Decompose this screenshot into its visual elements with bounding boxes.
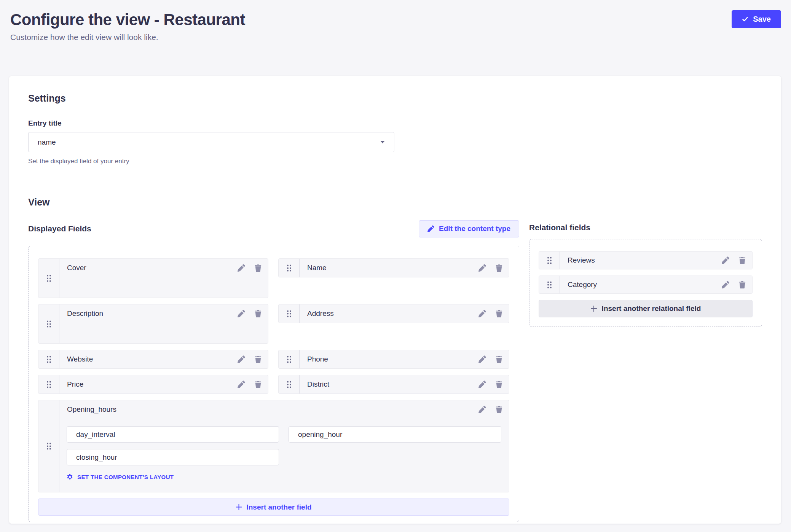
field-card-district: District bbox=[278, 375, 509, 394]
field-card-description: Description bbox=[38, 304, 268, 344]
trash-icon[interactable] bbox=[495, 381, 503, 388]
section-divider bbox=[28, 182, 762, 182]
set-component-layout-link[interactable]: SET THE COMPONENT'S LAYOUT bbox=[67, 474, 174, 480]
relational-fields-label: Relational fields bbox=[529, 223, 762, 232]
pencil-icon[interactable] bbox=[478, 381, 486, 388]
entry-title-label: Entry title bbox=[28, 119, 762, 127]
field-row: Cover Name bbox=[38, 258, 509, 298]
drag-handle-icon[interactable] bbox=[539, 276, 560, 293]
field-card-name: Name bbox=[278, 258, 509, 277]
field-row: Description Address bbox=[38, 304, 509, 344]
drag-handle-icon[interactable] bbox=[539, 252, 560, 269]
drag-handle-icon[interactable] bbox=[279, 375, 300, 393]
insert-another-field-label: Insert another field bbox=[246, 503, 311, 511]
component-label: Opening_hours bbox=[67, 405, 478, 414]
pencil-icon[interactable] bbox=[238, 264, 245, 272]
field-card-label: District bbox=[307, 380, 478, 389]
entry-title-select[interactable]: name bbox=[28, 132, 394, 152]
pencil-icon[interactable] bbox=[238, 310, 245, 317]
field-row: Price District bbox=[38, 375, 509, 394]
field-card-label: Phone bbox=[307, 355, 478, 363]
field-card-phone: Phone bbox=[278, 350, 509, 369]
edit-content-type-label: Edit the content type bbox=[439, 225, 510, 233]
entry-title-select-value: name bbox=[38, 138, 56, 147]
field-card-label: Price bbox=[67, 380, 238, 389]
relational-card-category: Category bbox=[539, 276, 753, 294]
field-row: Website Phone bbox=[38, 350, 509, 369]
settings-heading: Settings bbox=[28, 93, 762, 104]
subfield-opening-hour[interactable]: opening_hour bbox=[289, 426, 501, 443]
subfield-day-interval[interactable]: day_interval bbox=[67, 426, 279, 443]
displayed-fields-container: Cover Name bbox=[28, 246, 519, 522]
trash-icon[interactable] bbox=[254, 310, 262, 317]
view-section: View Displayed Fields Edit the content t… bbox=[28, 197, 762, 522]
field-card-website: Website bbox=[38, 350, 268, 369]
trash-icon[interactable] bbox=[254, 355, 262, 363]
drag-handle-icon[interactable] bbox=[38, 375, 59, 393]
entry-title-help: Set the displayed field of your entry bbox=[28, 158, 762, 165]
trash-icon[interactable] bbox=[254, 264, 262, 272]
trash-icon[interactable] bbox=[495, 310, 503, 317]
pencil-icon bbox=[427, 225, 434, 232]
pencil-icon[interactable] bbox=[238, 381, 245, 388]
save-button[interactable]: Save bbox=[732, 10, 781, 28]
pencil-icon[interactable] bbox=[722, 256, 729, 264]
field-card-opening-hours: Opening_hours day_interval opening_hour bbox=[38, 400, 509, 492]
insert-another-relational-field-button[interactable]: Insert another relational field bbox=[539, 300, 753, 317]
drag-handle-icon[interactable] bbox=[38, 304, 59, 343]
relational-card-label: Reviews bbox=[568, 256, 722, 264]
page-title: Configure the view - Restaurant bbox=[10, 11, 781, 29]
subfield-closing-hour[interactable]: closing_hour bbox=[67, 449, 279, 465]
drag-handle-icon[interactable] bbox=[279, 350, 300, 368]
edit-content-type-button[interactable]: Edit the content type bbox=[419, 220, 519, 237]
insert-another-relational-field-label: Insert another relational field bbox=[602, 304, 701, 313]
displayed-fields-label: Displayed Fields bbox=[28, 224, 91, 233]
trash-icon[interactable] bbox=[495, 264, 503, 272]
insert-another-field-button[interactable]: Insert another field bbox=[38, 499, 509, 516]
pencil-icon[interactable] bbox=[478, 406, 486, 413]
drag-handle-icon[interactable] bbox=[279, 259, 300, 277]
settings-section: Settings Entry title name Set the displa… bbox=[28, 93, 762, 165]
plus-icon bbox=[236, 504, 242, 510]
pencil-icon[interactable] bbox=[722, 281, 729, 288]
displayed-fields-column: Displayed Fields Edit the content type bbox=[28, 220, 519, 522]
field-card-price: Price bbox=[38, 375, 268, 394]
field-card-cover: Cover bbox=[38, 258, 268, 298]
relational-fields-container: Reviews Category bbox=[529, 239, 762, 327]
trash-icon[interactable] bbox=[254, 381, 262, 388]
relational-card-reviews: Reviews bbox=[539, 251, 753, 269]
field-card-label: Website bbox=[67, 355, 238, 363]
trash-icon[interactable] bbox=[495, 406, 503, 413]
page-header: Configure the view - Restaurant Customiz… bbox=[0, 0, 791, 76]
drag-handle-icon[interactable] bbox=[38, 400, 59, 492]
trash-icon[interactable] bbox=[738, 281, 746, 288]
pencil-icon[interactable] bbox=[478, 355, 486, 363]
field-card-label: Description bbox=[67, 309, 238, 318]
pencil-icon[interactable] bbox=[478, 310, 486, 317]
pencil-icon[interactable] bbox=[478, 264, 486, 272]
relational-card-label: Category bbox=[568, 280, 722, 289]
drag-handle-icon[interactable] bbox=[38, 350, 59, 368]
field-card-label: Cover bbox=[67, 264, 238, 272]
page-subtitle: Customize how the edit view will look li… bbox=[10, 33, 781, 42]
trash-icon[interactable] bbox=[738, 256, 746, 264]
trash-icon[interactable] bbox=[495, 355, 503, 363]
drag-handle-icon[interactable] bbox=[38, 259, 59, 298]
main-panel: Settings Entry title name Set the displa… bbox=[9, 76, 781, 524]
caret-down-icon bbox=[380, 141, 385, 143]
gear-icon bbox=[67, 474, 73, 480]
save-button-label: Save bbox=[753, 15, 771, 24]
relational-fields-column: Relational fields Reviews bbox=[529, 220, 762, 327]
set-component-layout-label: SET THE COMPONENT'S LAYOUT bbox=[77, 474, 174, 480]
field-card-label: Address bbox=[307, 309, 478, 318]
check-icon bbox=[742, 16, 748, 22]
plus-icon bbox=[590, 305, 597, 312]
field-card-address: Address bbox=[278, 304, 509, 323]
drag-handle-icon[interactable] bbox=[279, 304, 300, 323]
field-card-label: Name bbox=[307, 264, 478, 272]
pencil-icon[interactable] bbox=[238, 355, 245, 363]
view-heading: View bbox=[28, 197, 762, 208]
